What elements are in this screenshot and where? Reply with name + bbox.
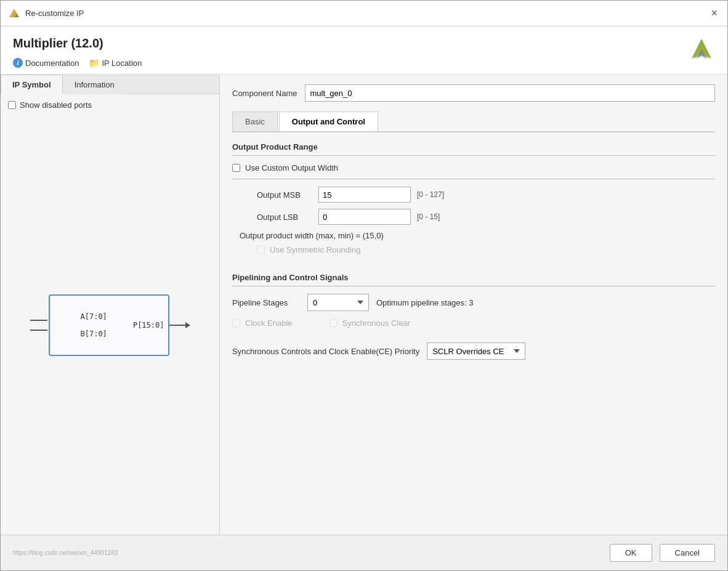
header-left: Multiplier (12.0) i Documentation 📁 IP L… xyxy=(13,36,142,68)
pipeline-stages-select[interactable]: 0 1 2 3 4 5 6 xyxy=(307,294,369,311)
left-panel: IP Symbol Information Show disabled port… xyxy=(1,75,220,535)
output-lsb-input[interactable] xyxy=(318,209,411,225)
output-msb-label: Output MSB xyxy=(257,190,312,200)
main-window: Re-customize IP × Multiplier (12.0) i Do… xyxy=(0,0,728,571)
window-title: Re-customize IP xyxy=(25,9,84,18)
output-msb-row: Output MSB [0 - 127] xyxy=(232,187,715,203)
priority-row: Synchronous Controls and Clock Enable(CE… xyxy=(232,342,715,360)
port-a-row xyxy=(30,320,47,321)
right-port xyxy=(169,322,190,328)
pipelining-section: Pipelining and Control Signals Pipeline … xyxy=(232,273,715,366)
header-logo xyxy=(688,36,715,65)
right-port-line xyxy=(169,325,185,326)
clock-enable-row: Clock Enable xyxy=(232,318,293,328)
port-b-line xyxy=(30,330,47,331)
pipeline-stages-row: Pipeline Stages 0 1 2 3 4 5 6 Optimum pi… xyxy=(232,294,715,311)
app-title: Multiplier (12.0) xyxy=(13,36,142,51)
app-icon xyxy=(8,7,20,20)
port-p-label: P[15:0] xyxy=(133,321,164,330)
output-product-range-section: Output Product Range Use Custom Output W… xyxy=(232,142,715,261)
control-signals-row: Clock Enable Synchronous Clear xyxy=(232,318,715,334)
output-msb-range: [0 - 127] xyxy=(417,190,444,199)
use-custom-output-width-checkbox[interactable] xyxy=(232,164,240,172)
vivado-logo xyxy=(688,36,715,63)
ok-button[interactable]: OK xyxy=(610,544,652,562)
main-content: IP Symbol Information Show disabled port… xyxy=(1,75,727,535)
optimum-stages-text: Optimum pipeline stages: 3 xyxy=(376,298,474,307)
priority-select[interactable]: SCLR Overrides CE CE Overrides SCLR xyxy=(427,342,525,360)
cancel-button[interactable]: Cancel xyxy=(660,544,715,562)
output-lsb-range: [0 - 15] xyxy=(417,213,440,221)
port-b-row xyxy=(30,330,47,331)
inner-tab-bar: Basic Output and Control xyxy=(232,111,715,132)
title-bar-left: Re-customize IP xyxy=(8,7,84,20)
priority-label: Synchronous Controls and Clock Enable(CE… xyxy=(232,347,419,356)
info-icon: i xyxy=(13,58,23,68)
clock-enable-label: Clock Enable xyxy=(245,318,293,328)
use-custom-output-width-label[interactable]: Use Custom Output Width xyxy=(245,163,338,172)
doc-links: i Documentation 📁 IP Location xyxy=(13,58,142,68)
show-ports-row: Show disabled ports xyxy=(1,94,219,116)
use-custom-output-width-row: Use Custom Output Width xyxy=(232,163,715,172)
tab-output-and-control[interactable]: Output and Control xyxy=(279,111,378,131)
watermark: https://blog.csdn.net/weixin_44901283 xyxy=(13,549,118,556)
left-ports xyxy=(30,320,47,331)
clock-enable-checkbox xyxy=(232,319,240,327)
symbol-area: A[7:0] B[7:0] P[15:0] xyxy=(1,116,219,535)
port-a-line xyxy=(30,320,47,321)
ip-symbol-block: A[7:0] B[7:0] P[15:0] xyxy=(49,294,169,356)
tab-basic[interactable]: Basic xyxy=(232,111,278,131)
component-name-row: Component Name xyxy=(232,84,715,102)
component-name-label: Component Name xyxy=(232,89,297,98)
close-button[interactable]: × xyxy=(708,7,720,20)
app-header: Multiplier (12.0) i Documentation 📁 IP L… xyxy=(1,26,727,75)
output-lsb-row: Output LSB [0 - 15] xyxy=(232,209,715,225)
output-product-range-title: Output Product Range xyxy=(232,142,715,156)
ip-location-link[interactable]: 📁 IP Location xyxy=(89,58,142,68)
use-symmetric-rounding-row: Use Symmetric Rounding xyxy=(232,245,715,254)
pipelining-title: Pipelining and Control Signals xyxy=(232,273,715,286)
tab-ip-symbol[interactable]: IP Symbol xyxy=(1,75,63,94)
ip-block-wrapper: A[7:0] B[7:0] P[15:0] xyxy=(30,288,190,362)
synchronous-clear-label: Synchronous Clear xyxy=(342,318,411,328)
output-divider xyxy=(232,179,715,179)
show-disabled-ports-checkbox[interactable] xyxy=(8,101,16,109)
left-tab-bar: IP Symbol Information xyxy=(1,75,219,94)
output-lsb-label: Output LSB xyxy=(257,213,312,222)
synchronous-clear-checkbox xyxy=(330,319,338,327)
pipeline-stages-label: Pipeline Stages xyxy=(232,298,300,307)
show-disabled-ports-label[interactable]: Show disabled ports xyxy=(20,100,92,110)
synchronous-clear-row: Synchronous Clear xyxy=(330,318,411,328)
output-width-note: Output product width (max, min) = (15,0) xyxy=(232,231,715,240)
use-symmetric-rounding-checkbox xyxy=(257,246,265,254)
component-name-input[interactable] xyxy=(305,84,716,102)
output-msb-input[interactable] xyxy=(318,187,411,203)
right-panel: Component Name Basic Output and Control … xyxy=(220,75,727,535)
folder-icon: 📁 xyxy=(89,58,99,68)
right-arrow-icon xyxy=(185,322,190,328)
port-b-label: B[7:0] xyxy=(81,330,156,338)
bottom-bar: https://blog.csdn.net/weixin_44901283 OK… xyxy=(1,535,727,570)
documentation-link[interactable]: i Documentation xyxy=(13,58,79,68)
use-symmetric-rounding-label: Use Symmetric Rounding xyxy=(270,245,360,254)
port-a-label: A[7:0] xyxy=(81,312,156,321)
title-bar: Re-customize IP × xyxy=(1,1,727,26)
tab-information[interactable]: Information xyxy=(63,75,126,94)
